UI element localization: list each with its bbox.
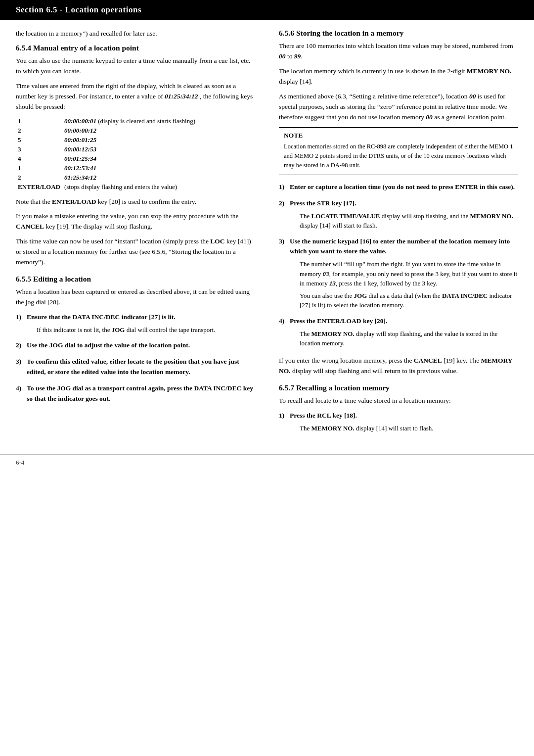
key-table: 100:00:00:01 (display is cleared and sta… [16,117,255,192]
key-cell: 3 [16,145,62,154]
content-area: the location in a memory”) and recalled … [0,20,534,454]
s656-para2: The location memory which is currently i… [279,66,518,87]
step-content: To use the JOG dial as a transport contr… [27,383,255,407]
value-cell: 00:00:00:01 (display is cleared and star… [62,117,255,126]
value-cell: 00:01:25:34 [62,154,255,164]
step-heading: Use the numeric keypad [16] to enter the… [290,236,518,257]
step-content: Press the STR key [17].The LOCATE TIME/V… [290,198,518,233]
page-number: 6-4 [16,459,24,467]
value-cell: 00:00:01:25 [62,136,255,145]
page-header: Section 6.5 - Location operations [0,0,534,20]
step-content: Use the JOG dial to adjust the value of … [27,340,255,353]
step-number: 1) [279,182,287,195]
list-item: 1)Ensure that the DATA INC/DEC indicator… [16,312,255,337]
s656-para4: If you enter the wrong location memory, … [279,356,518,377]
note-box: NOTE Location memories stored on the RC-… [279,127,518,175]
key-cell: 1 [16,117,62,126]
note-text: Location memories stored on the RC-898 a… [284,142,513,170]
s654-para3: Note that the ENTER/LOAD key [20] is use… [16,197,255,207]
step-content: Ensure that the DATA INC/DEC indicator [… [27,312,255,337]
section-656: 6.5.6 Storing the location in a memory T… [279,29,518,377]
key-cell: ENTER/LOAD [16,183,62,192]
list-item: 1)Press the RCL key [18].The MEMORY NO. … [279,411,518,435]
step-number: 1) [16,312,24,337]
step-heading: To use the JOG dial as a transport contr… [27,383,255,404]
section-656-heading: 6.5.6 Storing the location in a memory [279,29,518,38]
s654-para4: If you make a mistake entering the value… [16,211,255,232]
section-654: 6.5.4 Manual entry of a location point Y… [16,44,255,268]
section-655-heading: 6.5.5 Editing a location [16,275,255,284]
key-cell: 2 [16,126,62,136]
step-heading: Enter or capture a location time (you do… [290,182,518,192]
value-cell: 00:00:00:12 [62,126,255,136]
s657-steps: 1)Press the RCL key [18].The MEMORY NO. … [279,411,518,435]
step-number: 2) [279,198,287,233]
list-item: 2)Press the STR key [17].The LOCATE TIME… [279,198,518,233]
list-item: 2)Use the JOG dial to adjust the value o… [16,340,255,353]
s654-para2: Time values are entered from the right o… [16,81,255,112]
header-title: Section 6.5 - Location operations [16,5,141,15]
section-654-heading: 6.5.4 Manual entry of a location point [16,44,255,52]
list-item: 3)To confirm this edited value, either l… [16,357,255,380]
table-row: ENTER/LOAD(stops display flashing and en… [16,183,255,192]
step-heading: Press the ENTER/LOAD key [20]. [290,316,518,327]
s654-para5: This time value can now be used for “ins… [16,236,255,268]
step-content: Press the RCL key [18].The MEMORY NO. di… [290,411,518,435]
left-column: the location in a memory”) and recalled … [16,29,259,442]
step-heading: To confirm this edited value, either loc… [27,357,255,378]
value-cell: 00:00:12:53 [62,145,255,154]
step-heading: Use the JOG dial to adjust the value of … [27,340,255,351]
page-container: Section 6.5 - Location operations the lo… [0,0,534,756]
section-657: 6.5.7 Recalling a location memory To rec… [279,383,518,435]
key-cell: 4 [16,154,62,164]
value-cell: (stops display flashing and enters the v… [62,183,255,192]
s654-example-value: 01:25:34:12 [165,93,198,100]
list-item: 4)Press the ENTER/LOAD key [20].The MEMO… [279,316,518,351]
right-column: 6.5.6 Storing the location in a memory T… [275,29,518,442]
key-cell: 5 [16,136,62,145]
table-row: 201:25:34:12 [16,173,255,183]
section-655: 6.5.5 Editing a location When a location… [16,275,255,407]
value-cell: 01:25:34:12 [62,173,255,183]
step-sub: The LOCATE TIME/VALUE display will stop … [300,211,518,231]
value-cell: 00:12:53:41 [62,164,255,173]
table-row: 200:00:00:12 [16,126,255,136]
table-row: 300:00:12:53 [16,145,255,154]
step-sub2: You can also use the JOG dial as a data … [300,291,518,310]
step-sub: If this indicator is not lit, the JOG di… [37,325,255,335]
step-number: 4) [16,383,24,407]
step-sub: The MEMORY NO. display will stop flashin… [300,329,518,348]
s655-para1: When a location has been captured or ent… [16,287,255,308]
step-heading: Ensure that the DATA INC/DEC indicator [… [27,312,255,323]
step-content: Press the ENTER/LOAD key [20].The MEMORY… [290,316,518,351]
step-heading: Press the RCL key [18]. [290,411,518,421]
step-number: 1) [279,411,287,435]
step-content: Enter or capture a location time (you do… [290,182,518,195]
s656-para1: There are 100 memories into which locati… [279,41,518,62]
step-sub: The MEMORY NO. display [14] will start t… [300,424,518,433]
step-sub1: The number will “fill up” from the right… [300,259,518,288]
table-row: 100:00:00:01 (display is cleared and sta… [16,117,255,126]
list-item: 3)Use the numeric keypad [16] to enter t… [279,236,518,313]
s657-para1: To recall and locate to a time value sto… [279,396,518,406]
section-657-heading: 6.5.7 Recalling a location memory [279,383,518,392]
s654-para1: You can also use the numeric keypad to e… [16,56,255,77]
step-number: 3) [16,357,24,380]
step-content: To confirm this edited value, either loc… [27,357,255,380]
table-row: 400:01:25:34 [16,154,255,164]
step-number: 4) [279,316,287,351]
intro-text: the location in a memory”) and recalled … [16,29,255,39]
list-item: 1)Enter or capture a location time (you … [279,182,518,195]
step-content: Use the numeric keypad [16] to enter the… [290,236,518,313]
s656-steps: 1)Enter or capture a location time (you … [279,182,518,351]
step-number: 2) [16,340,24,353]
step-heading: Press the STR key [17]. [290,198,518,209]
key-cell: 1 [16,164,62,173]
list-item: 4)To use the JOG dial as a transport con… [16,383,255,407]
step-number: 3) [279,236,287,313]
note-label: NOTE [284,132,513,140]
table-row: 100:12:53:41 [16,164,255,173]
table-row: 500:00:01:25 [16,136,255,145]
s656-para3: As mentioned above (6.3, “Setting a rela… [279,92,518,123]
key-cell: 2 [16,173,62,183]
